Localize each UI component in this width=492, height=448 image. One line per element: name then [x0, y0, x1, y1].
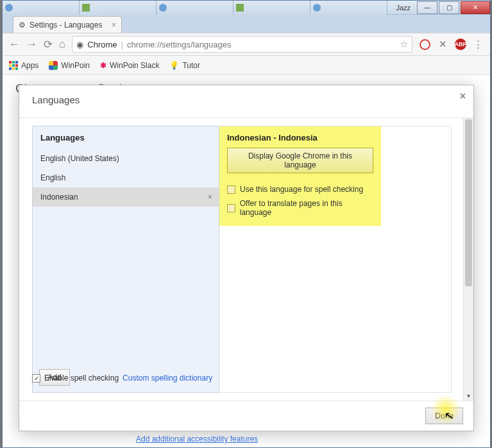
- bg-tab[interactable]: [310, 1, 387, 15]
- omnibox-origin: Chrome: [87, 40, 117, 49]
- bookmark-label: WinPoin Slack: [110, 61, 159, 70]
- enable-spell-label: Enable spell checking: [44, 374, 119, 383]
- taskbar-tabs: [3, 1, 387, 15]
- language-detail-panel: Indonesian - Indonesia Display Google Ch…: [219, 126, 452, 393]
- apps-label: Apps: [21, 61, 38, 70]
- apps-shortcut[interactable]: Apps: [9, 61, 38, 70]
- language-name: Indonesian: [40, 193, 78, 202]
- custom-dictionary-link[interactable]: Custom spelling dictionary: [123, 374, 212, 383]
- modal-body: Languages English (United States) Englis…: [19, 117, 473, 401]
- translate-checkbox[interactable]: [227, 204, 235, 212]
- language-list-panel: Languages English (United States) Englis…: [32, 126, 219, 393]
- bookmark-label: WinPoin: [61, 61, 90, 70]
- display-in-language-button[interactable]: Display Google Chrome in this language: [227, 148, 373, 173]
- modal-backdrop: Languages × Languages English (United St…: [3, 75, 490, 447]
- abp-extension-icon[interactable]: ABP: [455, 39, 466, 50]
- app-window: Jazz — ▢ ✕ ⚙ Settings - Languages × ← → …: [2, 0, 491, 448]
- omnibox[interactable]: ◉ Chrome | chrome://settings/languages ☆: [72, 36, 412, 53]
- apps-icon: [9, 61, 18, 70]
- winpoin-icon: [49, 61, 58, 70]
- bookmarks-bar: Apps WinPoin ✱ WinPoin Slack 💡 Tutor: [3, 56, 490, 75]
- spellcheck-label: Use this language for spell checking: [240, 185, 363, 194]
- scroll-down-icon[interactable]: ▾: [464, 390, 473, 401]
- chrome-favicon-icon: ◉: [76, 40, 83, 49]
- window-controls: — ▢ ✕: [416, 1, 490, 14]
- spellcheck-checkbox[interactable]: [227, 185, 235, 194]
- bookmark-star-icon[interactable]: ☆: [400, 39, 408, 50]
- bg-tab[interactable]: [233, 1, 310, 15]
- languages-header: Languages: [33, 126, 219, 149]
- mute-extension-icon[interactable]: ✕: [437, 39, 448, 50]
- remove-language-icon[interactable]: ×: [208, 193, 212, 202]
- window-user: Jazz: [396, 4, 411, 12]
- selected-language-title: Indonesian - Indonesia: [227, 133, 373, 142]
- tab-title: Settings - Languages: [30, 21, 102, 30]
- modal-footer: Done: [19, 401, 473, 431]
- tab-close-icon[interactable]: ×: [112, 21, 116, 30]
- tab-strip: ⚙ Settings - Languages ×: [3, 15, 490, 33]
- bg-tab[interactable]: [3, 1, 80, 15]
- gear-icon: ⚙: [19, 21, 26, 30]
- page-content: Chrome Settings WinPoin #1 Windows Porta…: [3, 75, 490, 447]
- scrollbar[interactable]: ▾: [463, 118, 473, 401]
- browser-toolbar: ← → ⟳ ⌂ ◉ Chrome | chrome://settings/lan…: [3, 33, 490, 56]
- opera-extension-icon[interactable]: [419, 39, 430, 50]
- maximize-button[interactable]: ▢: [439, 1, 459, 14]
- translate-row[interactable]: Offer to translate pages in this languag…: [227, 199, 373, 217]
- bg-tab[interactable]: [157, 1, 233, 15]
- bg-tab[interactable]: [80, 1, 157, 15]
- home-button[interactable]: ⌂: [59, 38, 65, 51]
- translate-label: Offer to translate pages in this languag…: [240, 199, 373, 217]
- back-button[interactable]: ←: [9, 38, 20, 51]
- language-name: English (United States): [40, 154, 119, 163]
- language-item[interactable]: English (United States): [33, 149, 219, 168]
- bookmark-item[interactable]: ✱ WinPoin Slack: [100, 61, 159, 70]
- slack-icon: ✱: [100, 61, 106, 70]
- language-item[interactable]: English: [33, 168, 219, 187]
- browser-menu-button[interactable]: ⋮: [473, 38, 484, 51]
- spellcheck-row[interactable]: Use this language for spell checking: [227, 185, 373, 194]
- highlight-box: Indonesian - Indonesia Display Google Ch…: [219, 126, 381, 226]
- language-item-selected[interactable]: Indonesian ×: [33, 187, 219, 207]
- omnibox-url: chrome://settings/languages: [127, 40, 396, 49]
- enable-spell-checkbox[interactable]: ✓: [32, 374, 40, 383]
- bulb-icon: 💡: [169, 61, 179, 70]
- bookmark-item[interactable]: 💡 Tutor: [169, 61, 200, 70]
- scroll-thumb[interactable]: [465, 119, 472, 286]
- modal-close-button[interactable]: ×: [460, 90, 466, 102]
- minimize-button[interactable]: —: [417, 1, 437, 14]
- omnibox-separator: |: [121, 40, 123, 49]
- modal-title: Languages: [19, 85, 473, 112]
- language-name: English: [40, 173, 65, 182]
- close-button[interactable]: ✕: [461, 1, 490, 14]
- reload-button[interactable]: ⟳: [44, 38, 53, 51]
- forward-button[interactable]: →: [26, 38, 37, 51]
- bookmark-label: Tutor: [182, 61, 200, 70]
- languages-modal: Languages × Languages English (United St…: [19, 85, 474, 431]
- enable-spell-row: ✓ Enable spell checking Custom spelling …: [32, 374, 212, 383]
- bookmark-item[interactable]: WinPoin: [49, 61, 90, 70]
- language-panels: Languages English (United States) Englis…: [32, 126, 452, 393]
- browser-tab[interactable]: ⚙ Settings - Languages ×: [13, 16, 122, 33]
